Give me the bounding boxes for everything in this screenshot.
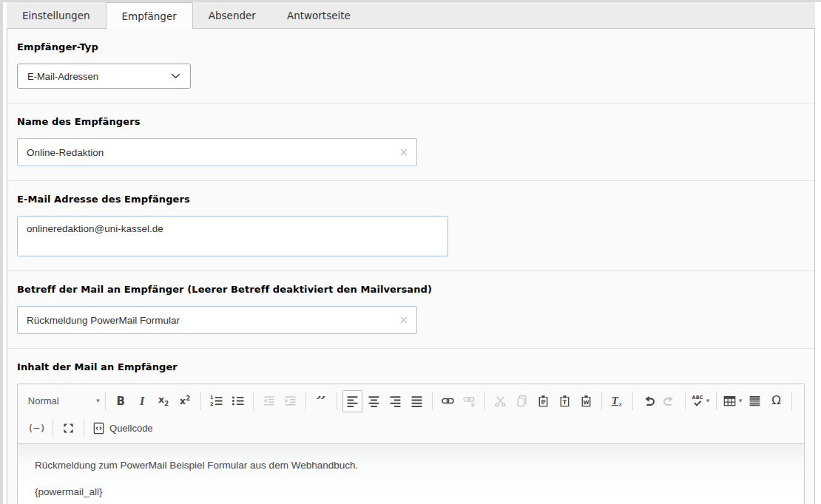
paste-word-button[interactable]: W xyxy=(576,390,596,412)
horizontal-line-button[interactable] xyxy=(745,390,765,412)
tab-content-panel: Empfänger-Typ E-Mail-Adressen Name des E… xyxy=(7,28,815,504)
format-dropdown-icon: Normal▾ xyxy=(21,395,104,406)
clear-icon[interactable]: × xyxy=(399,315,408,326)
soft-hyphen-icon: (−) xyxy=(29,423,44,433)
bold-icon: B xyxy=(116,395,124,408)
superscript-icon: x2 xyxy=(180,395,190,406)
align-right-button[interactable] xyxy=(385,390,405,412)
align-left-button[interactable] xyxy=(342,390,362,412)
tab-einstellungen[interactable]: Einstellungen xyxy=(7,2,106,28)
subscript-button[interactable]: x2 xyxy=(154,390,174,412)
undo-button[interactable] xyxy=(638,390,658,412)
horizontal-line-icon xyxy=(749,395,761,407)
maximize-button[interactable] xyxy=(58,418,78,440)
cut-button xyxy=(490,390,510,412)
toolbar-separator xyxy=(632,392,633,410)
indent-increase-button xyxy=(280,390,300,412)
cut-icon xyxy=(494,395,507,407)
section-recipient-type: Empfänger-Typ E-Mail-Adressen xyxy=(7,29,814,103)
redo-button xyxy=(660,390,680,412)
toolbar-separator xyxy=(305,392,306,410)
recipient-name-input[interactable] xyxy=(17,138,417,166)
align-center-icon xyxy=(368,395,380,407)
soft-hyphen-button[interactable]: (−) xyxy=(26,418,47,440)
toolbar-separator xyxy=(791,392,792,410)
toolbar-separator xyxy=(84,419,84,437)
numbered-list-button[interactable]: 12 xyxy=(206,390,226,412)
maximize-icon xyxy=(63,423,74,434)
redo-icon xyxy=(663,395,676,407)
unlink-button xyxy=(459,390,479,412)
section-mail-body: Inhalt der Mail an Empfänger Normal▾BIx2… xyxy=(7,349,814,504)
rte-paragraph: {powermail_all} xyxy=(35,486,787,499)
toolbar-separator xyxy=(716,392,717,410)
indent-decrease-icon xyxy=(263,395,275,407)
special-char-icon: Ω xyxy=(771,395,781,407)
link-button[interactable] xyxy=(438,390,458,412)
italic-button[interactable]: I xyxy=(132,390,152,412)
svg-text:W: W xyxy=(583,399,589,406)
tab-bar: EinstellungenEmpfängerAbsenderAntwortsei… xyxy=(7,2,815,28)
recipient-type-value: E-Mail-Adressen xyxy=(27,71,98,82)
italic-icon: I xyxy=(140,395,144,408)
rte-content-area[interactable]: Rückmeldung zum PowerMail Beispiel Formu… xyxy=(18,443,804,504)
subscript-icon: x2 xyxy=(158,395,169,406)
bulleted-list-icon xyxy=(232,395,244,407)
blockquote-button[interactable]: ” xyxy=(311,390,331,412)
align-center-button[interactable] xyxy=(364,390,384,412)
table-icon: ▾ xyxy=(723,395,743,407)
section-recipient-email: E-Mail Adresse des Empfängers onlinereda… xyxy=(7,181,814,271)
rte-editor: Normal▾BIx2x212”TWT×ABC▾▾Ω(−)Quellcode R… xyxy=(17,384,805,504)
svg-text:T: T xyxy=(562,399,567,406)
bold-button[interactable]: B xyxy=(111,390,131,412)
recipient-name-label: Name des Empfängers xyxy=(17,116,805,127)
clear-icon[interactable]: × xyxy=(399,147,408,158)
section-recipient-name: Name des Empfängers × xyxy=(7,103,814,181)
paste-text-button[interactable]: T xyxy=(555,390,575,412)
toolbar-separator xyxy=(253,392,254,410)
link-icon xyxy=(442,395,454,407)
tab-antwortseite[interactable]: Antwortseite xyxy=(271,2,366,28)
align-right-icon xyxy=(389,395,402,407)
remove-format-button[interactable]: T× xyxy=(607,390,627,412)
svg-text:2: 2 xyxy=(210,401,214,407)
tab-empfaenger[interactable]: Empfänger xyxy=(106,2,193,29)
paste-icon xyxy=(537,395,550,407)
table-button[interactable]: ▾ xyxy=(722,390,743,412)
source-code-button[interactable]: Quellcode xyxy=(89,418,156,440)
toolbar-separator xyxy=(200,392,201,410)
page-left-edge xyxy=(0,0,3,504)
superscript-button[interactable]: x2 xyxy=(175,390,195,412)
special-char-button[interactable]: Ω xyxy=(766,390,786,412)
toolbar-separator xyxy=(601,392,602,410)
subject-label: Betreff der Mail an Empfänger (Leerer Be… xyxy=(17,284,805,295)
tab-absender[interactable]: Absender xyxy=(193,2,271,28)
toolbar-separator xyxy=(484,392,485,410)
blockquote-icon: ” xyxy=(316,396,326,406)
recipient-email-textarea[interactable]: onlineredaktion@uni-kassel.de xyxy=(17,216,448,256)
align-justify-button[interactable] xyxy=(407,390,427,412)
recipient-type-select[interactable]: E-Mail-Adressen xyxy=(17,64,191,89)
copy-button xyxy=(512,390,532,412)
recipient-type-label: Empfänger-Typ xyxy=(17,41,805,52)
spellcheck-button[interactable]: ABC▾ xyxy=(691,390,712,412)
format-dropdown-button[interactable]: Normal▾ xyxy=(26,390,100,412)
rte-paragraph: Rückmeldung zum PowerMail Beispiel Formu… xyxy=(35,460,787,472)
undo-icon xyxy=(642,395,655,407)
toolbar-separator xyxy=(432,392,433,410)
bulleted-list-button[interactable] xyxy=(228,390,248,412)
indent-decrease-button xyxy=(259,390,279,412)
align-justify-icon xyxy=(410,395,423,407)
rte-toolbar: Normal▾BIx2x212”TWT×ABC▾▾Ω(−)Quellcode xyxy=(18,384,804,443)
subject-input[interactable] xyxy=(17,306,417,334)
toolbar-separator xyxy=(53,419,53,437)
chevron-down-icon xyxy=(171,73,180,79)
copy-icon xyxy=(516,395,528,407)
toolbar-separator xyxy=(105,392,106,410)
remove-format-icon: T× xyxy=(612,395,623,406)
paste-button[interactable] xyxy=(533,390,553,412)
indent-increase-icon xyxy=(284,395,297,407)
unlink-icon xyxy=(463,395,476,407)
section-subject: Betreff der Mail an Empfänger (Leerer Be… xyxy=(7,271,814,349)
spellcheck-icon: ABC▾ xyxy=(692,395,709,406)
